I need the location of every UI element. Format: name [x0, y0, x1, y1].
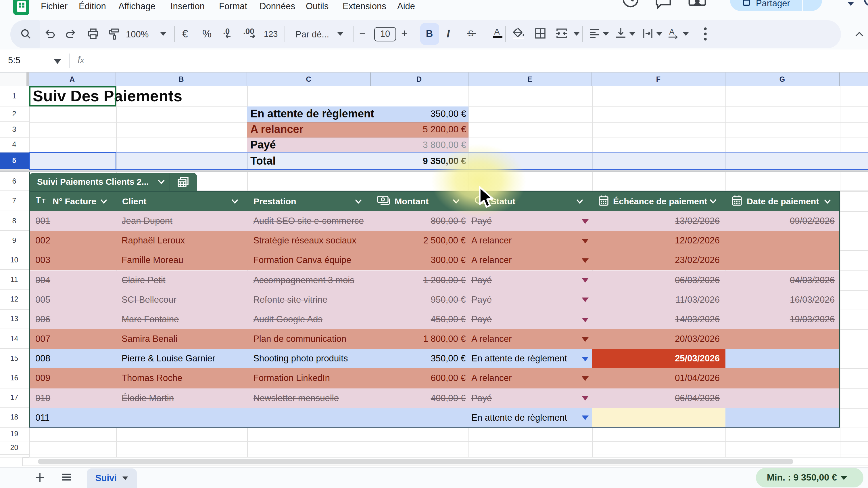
svg-text:A: A [494, 27, 500, 36]
svg-text:T: T [42, 198, 45, 204]
svg-text:.00: .00 [243, 27, 254, 36]
svg-text:A: A [669, 28, 675, 36]
svg-text:.0: .0 [223, 27, 230, 36]
svg-text:T: T [35, 195, 40, 205]
